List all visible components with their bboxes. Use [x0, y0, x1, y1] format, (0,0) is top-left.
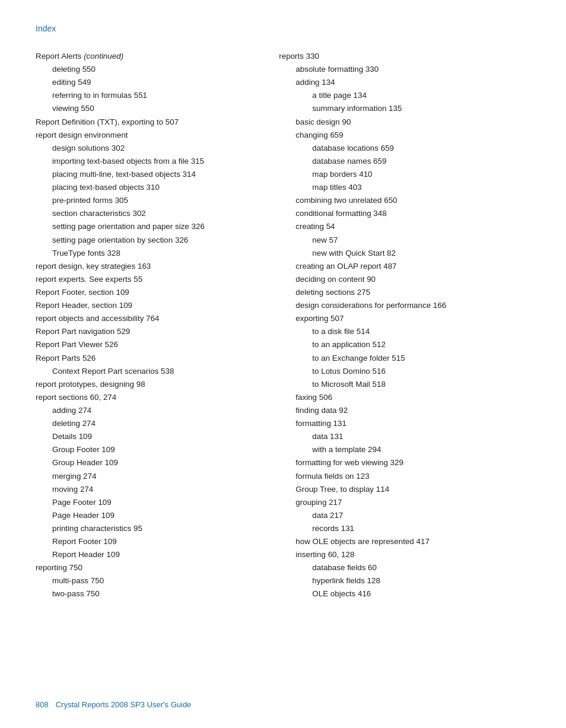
entry-text: Group Header 109 [52, 458, 118, 467]
entry-text: two-pass 750 [52, 589, 100, 598]
list-item: TrueType fonts 328 [36, 247, 261, 260]
index-link[interactable]: Index [36, 24, 530, 33]
page-footer: 808 Crystal Reports 2008 SP3 User's Guid… [36, 700, 530, 709]
list-item: Context Report Part scenarios 538 [36, 365, 261, 378]
list-item: Report Parts 526 [36, 352, 261, 365]
entry-text: map borders 410 [312, 170, 372, 179]
list-item: Report Footer 109 [36, 535, 261, 548]
entry-text: to an application 512 [312, 340, 386, 349]
list-item: pre-printed forms 305 [36, 194, 261, 207]
list-item: data 131 [279, 430, 530, 443]
entry-text: to Lotus Domino 516 [312, 367, 386, 376]
entry-text: reporting 750 [36, 563, 82, 572]
page-number: 808 [36, 700, 49, 709]
list-item: deleting sections 275 [279, 286, 530, 299]
list-item: combining two unrelated 650 [279, 194, 530, 207]
entry-text: Context Report Part scenarios 538 [52, 367, 174, 376]
list-item: changing 659 [279, 129, 530, 142]
page: Index Report Alerts (continued)deleting … [0, 0, 566, 728]
list-item: moving 274 [36, 483, 261, 496]
entry-text: to an Exchange folder 515 [312, 354, 405, 363]
entry-text: absolute formatting 330 [295, 65, 379, 74]
list-item: design considerations for performance 16… [279, 299, 530, 312]
entry-text: referring to in formulas 551 [52, 91, 147, 100]
entry-text: new 57 [312, 236, 338, 244]
list-item: faxing 506 [279, 391, 530, 404]
list-item: formatting for web viewing 329 [279, 456, 530, 469]
entry-text: Report Parts 526 [36, 354, 96, 363]
list-item: to an Exchange folder 515 [279, 352, 530, 365]
entry-text: formula fields on 123 [295, 472, 369, 481]
entry-text: hyperlink fields 128 [312, 576, 380, 585]
list-item: referring to in formulas 551 [36, 89, 261, 102]
list-item: section characteristics 302 [36, 207, 261, 220]
entry-text: Report Header 109 [52, 550, 120, 559]
left-column: Report Alerts (continued)deleting 550edi… [36, 50, 273, 601]
entry-text: database names 659 [312, 157, 386, 166]
entry-text: formatting for web viewing 329 [295, 458, 403, 467]
list-item: to an application 512 [279, 338, 530, 351]
entry-text: inserting 60, 128 [295, 550, 354, 559]
list-item: database locations 659 [279, 142, 530, 155]
entry-text: editing 549 [52, 78, 91, 87]
list-item: report design environment [36, 129, 261, 142]
entry-text: deleting 274 [52, 419, 96, 428]
list-item: Page Header 109 [36, 509, 261, 522]
list-item: multi-pass 750 [36, 574, 261, 587]
entry-text: data 217 [312, 511, 343, 520]
list-item: exporting 507 [279, 312, 530, 325]
list-item: new 57 [279, 234, 530, 247]
list-item: Report Definition (TXT), exporting to 50… [36, 116, 261, 129]
list-item: with a template 294 [279, 443, 530, 456]
list-item: Details 109 [36, 430, 261, 443]
list-item: inserting 60, 128 [279, 548, 530, 561]
list-item: grouping 217 [279, 496, 530, 509]
list-item: new with Quick Start 82 [279, 247, 530, 260]
entry-text: Details 109 [52, 432, 92, 441]
entry-text: Report Alerts [36, 52, 84, 61]
entry-text: report objects and accessibility 764 [36, 314, 159, 323]
entry-text: data 131 [312, 432, 343, 441]
entry-text: deciding on content 90 [295, 275, 376, 284]
list-item: two-pass 750 [36, 587, 261, 600]
list-item: reporting 750 [36, 561, 261, 574]
list-item: deleting 550 [36, 63, 261, 76]
list-item: printing characteristics 95 [36, 522, 261, 535]
entry-text: to a disk file 514 [312, 327, 370, 336]
entry-text: basic design 90 [295, 117, 351, 126]
list-item: Report Part Viewer 526 [36, 338, 261, 351]
list-item: creating an OLAP report 487 [279, 260, 530, 273]
list-item: how OLE objects are represented 417 [279, 535, 530, 548]
entry-text: creating an OLAP report 487 [295, 262, 396, 271]
list-item: placing multi-line, text-based objects 3… [36, 168, 261, 181]
entry-text: new with Quick Start 82 [312, 249, 396, 257]
entry-text: importing text-based objects from a file… [52, 157, 204, 166]
content-area: Report Alerts (continued)deleting 550edi… [36, 50, 530, 601]
entry-text: setting page orientation and paper size … [52, 222, 205, 231]
list-item: a title page 134 [279, 89, 530, 102]
entry-text: Report Footer 109 [52, 537, 117, 546]
entry-text: Page Footer 109 [52, 498, 112, 507]
list-item: placing text-based objects 310 [36, 181, 261, 194]
list-item: basic design 90 [279, 116, 530, 129]
entry-text: placing text-based objects 310 [52, 183, 160, 192]
list-item: report design, key strategies 163 [36, 260, 261, 273]
entry-text: a title page 134 [312, 91, 367, 100]
list-item: Page Footer 109 [36, 496, 261, 509]
entry-text: pre-printed forms 305 [52, 196, 128, 205]
list-item: report experts. See experts 55 [36, 273, 261, 286]
list-item: database fields 60 [279, 561, 530, 574]
list-item: finding data 92 [279, 404, 530, 417]
list-item: map titles 403 [279, 181, 530, 194]
list-item: editing 549 [36, 76, 261, 89]
entry-text: exporting 507 [295, 314, 344, 323]
entry-text: report design environment [36, 131, 128, 139]
list-item: setting page orientation by section 326 [36, 234, 261, 247]
entry-text: report experts. See experts 55 [36, 275, 142, 284]
list-item: reports 330 [279, 50, 530, 63]
list-item: merging 274 [36, 470, 261, 483]
entry-text: placing multi-line, text-based objects 3… [52, 170, 196, 179]
entry-text: adding 274 [52, 406, 91, 415]
entry-text: deleting 550 [52, 65, 96, 74]
list-item: Report Alerts (continued) [36, 50, 261, 63]
